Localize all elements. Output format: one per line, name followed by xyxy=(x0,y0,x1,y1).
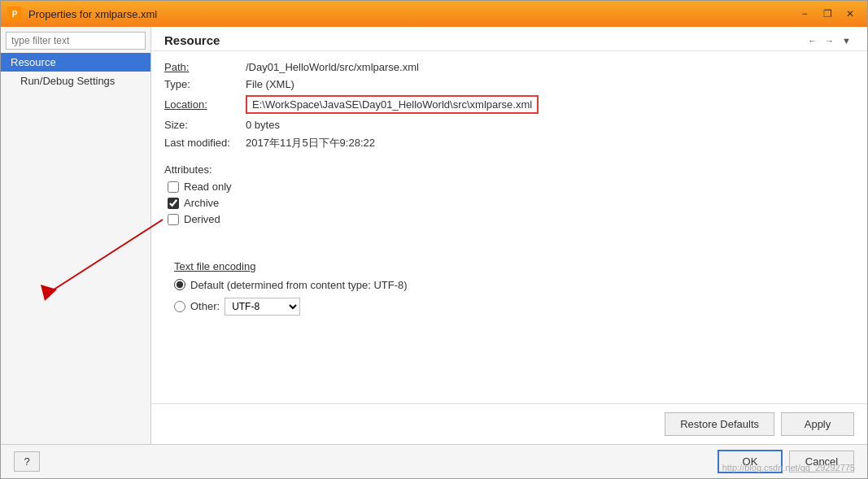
path-value: /Day01_HelloWorld/src/xmlparse.xml xyxy=(246,61,419,73)
close-button[interactable]: ✕ xyxy=(840,5,861,23)
type-value: File (XML) xyxy=(246,78,294,90)
derived-label[interactable]: Derived xyxy=(184,213,220,225)
size-label: Size: xyxy=(164,119,246,131)
sidebar: Resource Run/Debug Settings xyxy=(1,27,151,444)
encoding-title: Text file encoding xyxy=(174,260,255,272)
last-modified-row: Last modified: 2017年11月5日下午9:28:22 xyxy=(164,136,854,150)
default-encoding-label[interactable]: Default (determined from content type: U… xyxy=(190,279,408,291)
size-row: Size: 0 bytes xyxy=(164,119,854,131)
help-button[interactable]: ? xyxy=(14,451,40,472)
archive-label[interactable]: Archive xyxy=(184,197,219,209)
default-encoding-row: Default (determined from content type: U… xyxy=(174,279,854,291)
other-encoding-row: Other: UTF-8 UTF-16 ISO-8859-1 US-ASCII xyxy=(174,298,854,316)
title-bar: P Properties for xmlparse.xml − ❐ ✕ xyxy=(1,1,867,27)
apply-button[interactable]: Apply xyxy=(781,412,854,436)
properties-dialog: P Properties for xmlparse.xml − ❐ ✕ Reso… xyxy=(0,0,868,479)
ok-button[interactable]: OK xyxy=(718,450,783,473)
path-row: Path: /Day01_HelloWorld/src/xmlparse.xml xyxy=(164,61,854,73)
cancel-button[interactable]: Cancel xyxy=(789,451,854,472)
encoding-title-wrapper: Text file encoding xyxy=(174,260,854,272)
footer-right: OK Cancel xyxy=(718,450,854,473)
title-bar-controls: − ❐ ✕ xyxy=(794,5,861,23)
read-only-row: Read only xyxy=(164,181,854,193)
restore-defaults-button[interactable]: Restore Defaults xyxy=(665,412,774,436)
minimize-button[interactable]: − xyxy=(794,5,815,23)
dropdown-arrow-button[interactable]: ▼ xyxy=(839,34,854,47)
encoding-section: Text file encoding Default (determined f… xyxy=(151,252,867,316)
derived-checkbox[interactable] xyxy=(168,214,179,225)
navigation-arrows: ← → ▼ xyxy=(805,34,854,47)
sidebar-item-run-debug[interactable]: Run/Debug Settings xyxy=(1,72,150,90)
location-label: Location: xyxy=(164,98,246,111)
other-encoding-radio[interactable] xyxy=(174,301,185,312)
attributes-title: Attributes: xyxy=(164,163,854,176)
title-bar-left: P Properties for xmlparse.xml xyxy=(7,7,157,21)
path-label: Path: xyxy=(164,61,246,73)
type-row: Type: File (XML) xyxy=(164,78,854,90)
button-row: Restore Defaults Apply xyxy=(151,403,867,444)
archive-checkbox[interactable] xyxy=(168,198,179,209)
window-body: Resource Run/Debug Settings Resource ← → xyxy=(1,27,867,478)
other-encoding-label[interactable]: Other: xyxy=(190,300,220,312)
derived-row: Derived xyxy=(164,213,854,225)
size-value: 0 bytes xyxy=(246,119,280,131)
forward-arrow-button[interactable]: → xyxy=(822,34,837,47)
last-modified-label: Last modified: xyxy=(164,137,246,149)
content-header: Resource ← → ▼ xyxy=(151,27,867,51)
read-only-label[interactable]: Read only xyxy=(184,181,232,193)
dialog-footer: ? OK Cancel xyxy=(1,444,867,478)
window-title: Properties for xmlparse.xml xyxy=(28,8,157,20)
content-title: Resource xyxy=(164,33,220,47)
back-arrow-button[interactable]: ← xyxy=(805,34,820,47)
restore-button[interactable]: ❐ xyxy=(817,5,838,23)
read-only-checkbox[interactable] xyxy=(168,181,179,193)
properties-table: Path: /Day01_HelloWorld/src/xmlparse.xml… xyxy=(151,51,867,155)
filter-input[interactable] xyxy=(6,32,146,50)
footer-left: ? xyxy=(14,451,40,472)
default-encoding-radio[interactable] xyxy=(174,279,185,290)
location-value: E:\WorkSpace\JavaSE\Day01_HelloWorld\src… xyxy=(246,95,539,114)
archive-row: Archive xyxy=(164,197,854,209)
last-modified-value: 2017年11月5日下午9:28:22 xyxy=(246,136,375,150)
app-icon: P xyxy=(7,7,22,21)
type-label: Type: xyxy=(164,78,246,90)
main-content: Resource Run/Debug Settings Resource ← → xyxy=(1,27,867,444)
encoding-select[interactable]: UTF-8 UTF-16 ISO-8859-1 US-ASCII xyxy=(225,298,300,316)
content-area: Resource ← → ▼ Path: /Day01_HelloWorld/s… xyxy=(151,27,867,444)
sidebar-item-resource[interactable]: Resource xyxy=(1,53,150,72)
location-row: Location: E:\WorkSpace\JavaSE\Day01_Hell… xyxy=(164,95,854,114)
attributes-section: Attributes: Read only Archive Derived xyxy=(151,155,867,252)
